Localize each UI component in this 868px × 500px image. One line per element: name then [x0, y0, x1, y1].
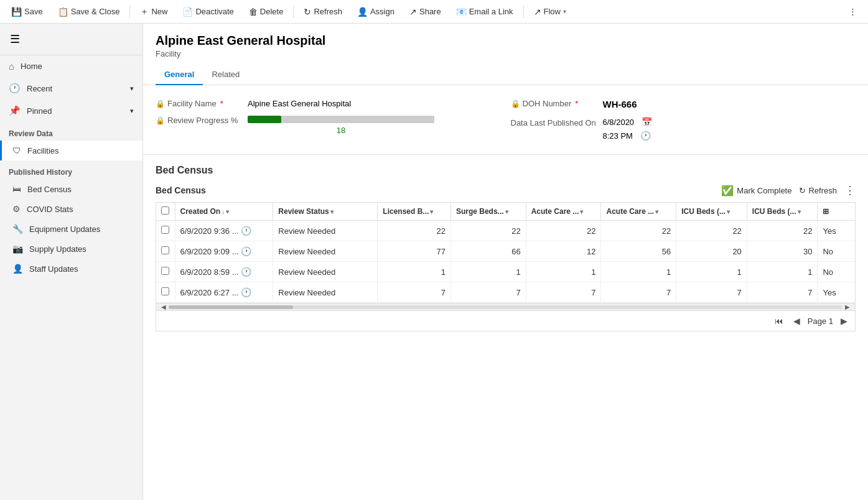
deactivate-button[interactable]: 📄 Deactivate — [176, 4, 240, 19]
sidebar-item-pinned[interactable]: 📌 Pinned ▾ — [0, 100, 142, 122]
new-button[interactable]: ＋ New — [134, 4, 174, 20]
tab-related[interactable]: Related — [203, 65, 248, 85]
col-created-chevron-icon[interactable]: ▾ — [226, 208, 229, 215]
calendar-icon[interactable]: 📅 — [642, 117, 652, 127]
col-header-icu-beds-2[interactable]: ICU Beds (... ▾ — [747, 203, 818, 221]
select-all-checkbox[interactable] — [161, 206, 169, 215]
bed-refresh-button[interactable]: ↻ Refresh — [799, 186, 837, 195]
row-3-acute1: 1 — [526, 262, 601, 282]
delete-icon: 🗑 — [249, 7, 258, 17]
page-prev-button[interactable]: ◀ — [791, 315, 803, 327]
row-2-icu1: 20 — [676, 241, 747, 262]
sidebar-item-equipment-updates[interactable]: 🔧 Equipment Updates — [0, 219, 142, 239]
page-first-button[interactable]: ⏮ — [772, 315, 786, 327]
col-header-created-on[interactable]: Created On ↓ ▾ — [175, 203, 273, 221]
table-header: Created On ↓ ▾ Review Status ▾ — [156, 203, 855, 221]
flow-button[interactable]: ↗ Flow ▾ — [528, 4, 572, 19]
col-header-review-status[interactable]: Review Status ▾ — [273, 203, 378, 221]
col-icu2-chevron-icon[interactable]: ▾ — [798, 208, 801, 215]
row-3-checkbox[interactable] — [161, 267, 169, 275]
review-data-section-title: Review Data — [0, 122, 142, 141]
more-options-icon: ⋮ — [849, 7, 857, 16]
row-3-icu2: 1 — [747, 262, 818, 282]
row-1-checkbox[interactable] — [161, 226, 169, 234]
recent-chevron-icon: ▾ — [130, 85, 134, 93]
row-4-review-status: Review Needed — [273, 282, 378, 303]
bed-table-actions: ✅ Mark Complete ↻ Refresh ⋮ — [721, 183, 856, 197]
col-acute2-chevron-icon[interactable]: ▾ — [655, 208, 658, 215]
col-acute1-chevron-icon[interactable]: ▾ — [580, 208, 583, 215]
published-history-section-title: Published History — [0, 160, 142, 179]
col-status-chevron-icon[interactable]: ▾ — [330, 208, 334, 215]
col-header-acute-care-1[interactable]: Acute Care ... ▾ — [526, 203, 601, 221]
col-header-bool: ⊞ — [818, 203, 855, 221]
row-1-review-status: Review Needed — [273, 221, 378, 241]
refresh-button[interactable]: ↻ Refresh — [297, 4, 348, 19]
form-left-col: 🔒 Facility Name * Alpine East General Ho… — [156, 95, 501, 144]
delete-button[interactable]: 🗑 Delete — [243, 4, 290, 19]
sidebar-item-bed-census[interactable]: 🛏 Bed Census — [0, 179, 142, 199]
row-2-icu2: 30 — [747, 241, 818, 262]
sidebar-item-supply-updates[interactable]: 📷 Supply Updates — [0, 239, 142, 259]
mark-complete-button[interactable]: ✅ Mark Complete — [721, 185, 791, 197]
bed-table-title: Bed Census — [156, 185, 206, 195]
horizontal-scrollbar[interactable]: ◀ ▶ — [156, 303, 855, 310]
progress-bar-background — [248, 116, 434, 123]
row-2-date: 6/9/2020 9:09 ... — [180, 247, 239, 256]
row-4-checkbox[interactable] — [161, 287, 169, 295]
table-row[interactable]: 6/9/2020 9:36 ... 🕐 Review Needed 22 22 … — [156, 221, 855, 241]
row-3-icu1: 1 — [676, 262, 747, 282]
bed-refresh-icon: ↻ — [799, 186, 806, 195]
scroll-left-icon[interactable]: ◀ — [159, 303, 169, 310]
col-licensed-chevron-icon[interactable]: ▾ — [430, 208, 433, 215]
pagination: ⏮ ◀ Page 1 ▶ — [156, 310, 855, 331]
email-button[interactable]: 📧 Email a Link — [450, 4, 520, 19]
sidebar-item-facilities[interactable]: 🛡 Facilities — [0, 141, 142, 160]
col-header-surge-beds[interactable]: Surge Beds... ▾ — [450, 203, 526, 221]
progress-value: 18 — [248, 126, 434, 135]
sidebar-item-staff-updates[interactable]: 👤 Staff Updates — [0, 259, 142, 279]
table-row[interactable]: 6/9/2020 8:59 ... 🕐 Review Needed 1 1 1 … — [156, 262, 855, 282]
table-row[interactable]: 6/9/2020 9:09 ... 🕐 Review Needed 77 66 … — [156, 241, 855, 262]
scroll-right-icon[interactable]: ▶ — [842, 303, 852, 310]
sidebar: ☰ ⌂ Home 🕐 Recent ▾ 📌 Pinned ▾ Review Da… — [0, 24, 143, 500]
sidebar-item-home[interactable]: ⌂ Home — [0, 55, 142, 77]
save-close-button[interactable]: 📋 Save & Close — [52, 4, 126, 19]
row-3-created-on: 6/9/2020 8:59 ... 🕐 — [175, 262, 273, 282]
row-2-licensed: 77 — [378, 241, 451, 262]
sidebar-item-covid-stats[interactable]: ⚙ COVID Stats — [0, 199, 142, 219]
col-icu1-chevron-icon[interactable]: ▾ — [727, 208, 730, 215]
doh-number-label: 🔒 DOH Number * — [511, 99, 598, 108]
row-3-review-status: Review Needed — [273, 262, 378, 282]
main-layout: ☰ ⌂ Home 🕐 Recent ▾ 📌 Pinned ▾ Review Da… — [0, 24, 868, 500]
page-label: Page 1 — [808, 317, 833, 326]
row-2-checkbox[interactable] — [161, 246, 169, 254]
bed-census-icon: 🛏 — [12, 184, 21, 194]
page-next-button[interactable]: ▶ — [838, 315, 850, 327]
row-4-surge: 7 — [450, 282, 526, 303]
recent-icon: 🕐 — [9, 83, 21, 94]
divider — [129, 6, 130, 18]
tab-general[interactable]: General — [156, 65, 203, 85]
share-button[interactable]: ↗ Share — [403, 4, 447, 19]
col-header-licensed-beds[interactable]: Licensed B... ▾ — [378, 203, 451, 221]
sidebar-item-recent[interactable]: 🕐 Recent ▾ — [0, 77, 142, 100]
hamburger-button[interactable]: ☰ — [7, 30, 22, 49]
row-2-bool: No — [818, 241, 855, 262]
assign-button[interactable]: 👤 Assign — [351, 4, 401, 19]
facility-name-required: * — [220, 99, 223, 108]
row-3-status-icon: 🕐 — [241, 267, 251, 277]
email-icon: 📧 — [456, 7, 467, 17]
clock-icon[interactable]: 🕐 — [640, 131, 651, 141]
table-row[interactable]: 6/9/2020 6:27 ... 🕐 Review Needed 7 7 7 … — [156, 282, 855, 303]
bed-more-button[interactable]: ⋮ — [844, 183, 856, 197]
more-options-button[interactable]: ⋮ — [842, 4, 863, 19]
content-area: Alpine East General Hospital Facility Ge… — [143, 24, 868, 500]
col-header-acute-care-2[interactable]: Acute Care ... ▾ — [601, 203, 676, 221]
review-progress-row: 🔒 Review Progress % 18 — [156, 112, 501, 139]
date-time-field: 8:23 PM 🕐 — [603, 131, 653, 141]
save-button[interactable]: 💾 Save — [5, 4, 49, 19]
col-surge-chevron-icon[interactable]: ▾ — [505, 208, 508, 215]
col-header-icu-beds-1[interactable]: ICU Beds (... ▾ — [676, 203, 747, 221]
sidebar-top: ☰ — [0, 24, 142, 55]
